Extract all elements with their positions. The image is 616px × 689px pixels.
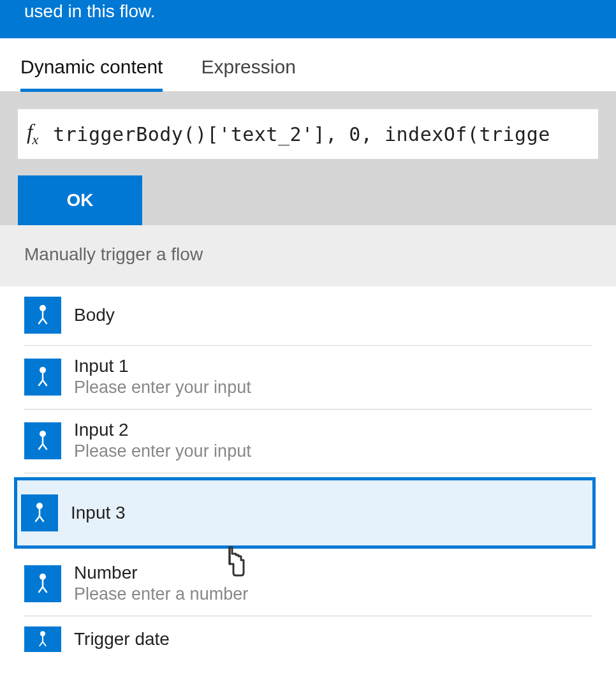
trigger-icon — [24, 297, 61, 334]
list-item-number[interactable]: Number Please enter a number — [24, 552, 592, 616]
item-desc: Please enter a number — [74, 584, 248, 604]
tabs: Dynamic content Expression — [0, 38, 616, 91]
tab-expression[interactable]: Expression — [201, 56, 295, 91]
trigger-icon — [24, 565, 61, 602]
expression-area: fx triggerBody()['text_2'], 0, indexOf(t… — [0, 91, 616, 225]
trigger-icon — [21, 494, 58, 531]
item-title: Trigger date — [74, 629, 170, 649]
formula-input[interactable]: triggerBody()['text_2'], 0, indexOf(trig… — [53, 123, 589, 145]
dynamic-content-list: Body Input 1 Please enter your input Inp… — [0, 286, 616, 663]
item-title: Number — [74, 563, 248, 583]
header-banner: used in this flow. — [0, 0, 616, 38]
svg-point-2 — [40, 431, 46, 437]
svg-point-0 — [40, 305, 46, 311]
list-item-input-1[interactable]: Input 1 Please enter your input — [24, 346, 592, 410]
trigger-icon — [24, 626, 61, 652]
item-title: Input 1 — [74, 356, 251, 376]
fx-icon: fx — [27, 120, 38, 148]
svg-point-3 — [36, 503, 43, 509]
list-item-trigger-date[interactable]: Trigger date — [24, 616, 592, 663]
item-desc: Please enter your input — [74, 441, 251, 461]
trigger-icon — [24, 422, 61, 459]
svg-point-5 — [40, 631, 45, 636]
item-title: Body — [74, 305, 115, 325]
trigger-icon — [24, 359, 61, 396]
list-item-input-3[interactable]: Input 3 — [24, 473, 592, 552]
list-item-body[interactable]: Body — [24, 286, 592, 346]
list-item-input-2[interactable]: Input 2 Please enter your input — [24, 410, 592, 473]
item-title: Input 3 — [71, 503, 126, 523]
svg-point-1 — [40, 367, 46, 373]
item-desc: Please enter your input — [74, 378, 251, 397]
formula-bar[interactable]: fx triggerBody()['text_2'], 0, indexOf(t… — [18, 109, 598, 159]
tab-dynamic-content[interactable]: Dynamic content — [20, 56, 163, 91]
item-title: Input 2 — [74, 420, 251, 440]
section-header: Manually trigger a flow — [0, 225, 616, 286]
svg-point-4 — [40, 574, 46, 580]
ok-button[interactable]: OK — [18, 175, 142, 225]
header-text: used in this flow. — [24, 0, 155, 23]
